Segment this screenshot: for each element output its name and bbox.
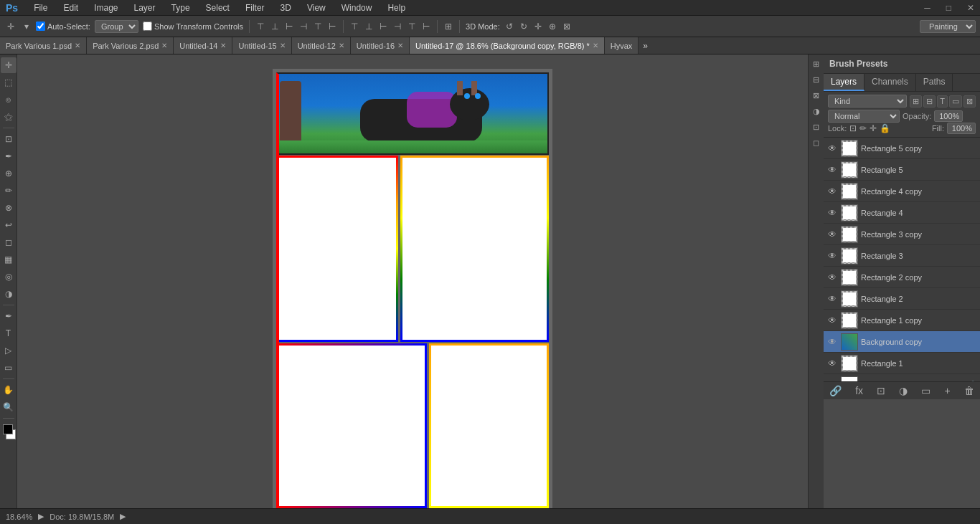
blur-tool[interactable]: ◎ <box>1 269 17 285</box>
status-expand-icon[interactable]: ▶ <box>38 512 44 521</box>
blend-mode-dropdown[interactable]: Normal <box>828 110 900 123</box>
history-panel-icon[interactable]: ⊞ <box>810 57 823 70</box>
maximize-button[interactable]: □ <box>946 3 951 13</box>
layer-item[interactable]: 👁Rectangle 2 copy <box>824 267 980 288</box>
canvas-area[interactable] <box>17 54 808 508</box>
properties-icon[interactable]: ⊟ <box>810 73 823 86</box>
layer-adjustment-icon[interactable]: ◑ <box>899 385 908 396</box>
tab-close-4[interactable]: ✕ <box>339 42 344 49</box>
options-arrow[interactable]: ▾ <box>22 20 32 33</box>
brush-tool[interactable]: ✏ <box>1 183 17 199</box>
zoom-tool[interactable]: 🔍 <box>1 399 17 415</box>
tab-overflow-button[interactable]: » <box>639 41 652 51</box>
layer-visibility-eye[interactable]: 👁 <box>826 315 838 325</box>
healing-brush-tool[interactable]: ⊕ <box>1 166 17 181</box>
layer-visibility-eye[interactable]: 👁 <box>826 208 838 218</box>
tab-close-0[interactable]: ✕ <box>75 42 80 49</box>
tab-untitled-15[interactable]: Untitled-15 ✕ <box>232 37 291 54</box>
tab-channels[interactable]: Channels <box>864 74 916 91</box>
shape-tool[interactable]: ▭ <box>1 360 17 376</box>
clone-stamp-tool[interactable]: ⊗ <box>1 200 17 216</box>
history-brush-tool[interactable]: ↩ <box>1 217 17 233</box>
tab-close-2[interactable]: ✕ <box>220 42 226 49</box>
layer-item[interactable]: 👁Rectangle 3 <box>824 245 980 267</box>
layer-visibility-eye[interactable]: 👁 <box>826 186 838 196</box>
tab-untitled-16[interactable]: Untitled-16 ✕ <box>351 37 410 54</box>
swatches-icon[interactable]: ⊡ <box>810 120 823 133</box>
layer-new-icon[interactable]: + <box>945 385 951 396</box>
filter-adjust-icon[interactable]: ⊟ <box>923 95 936 108</box>
layer-item[interactable]: 👁Background copy <box>824 331 980 353</box>
menu-view[interactable]: View <box>304 1 329 14</box>
align-top-edges[interactable]: ⊤ <box>255 21 265 32</box>
gradient-tool[interactable]: ▦ <box>1 252 17 267</box>
filter-pixel-icon[interactable]: ⊞ <box>910 95 922 108</box>
layer-visibility-eye[interactable]: 👁 <box>826 143 838 153</box>
lock-position[interactable]: ✛ <box>870 123 877 133</box>
quick-select-tool[interactable]: ⚝ <box>1 109 17 125</box>
menu-window[interactable]: Window <box>339 1 375 14</box>
layer-group-icon[interactable]: ▭ <box>921 385 930 396</box>
text-tool[interactable]: T <box>1 325 17 341</box>
lock-image-pixels[interactable]: ✏ <box>859 123 867 133</box>
transform-controls-checkbox[interactable]: Show Transform Controls <box>143 22 243 31</box>
menu-select[interactable]: Select <box>203 1 232 14</box>
layer-item[interactable]: 👁Rectangle 1 <box>824 353 980 374</box>
align-left-edges[interactable]: ⊣ <box>298 21 308 32</box>
tab-close-5[interactable]: ✕ <box>397 42 403 49</box>
tab-untitled-14[interactable]: Untitled-14 ✕ <box>174 37 232 54</box>
fill-value[interactable]: 100% <box>947 123 976 134</box>
color-icon[interactable]: ◑ <box>810 105 823 118</box>
menu-image[interactable]: Image <box>91 1 121 14</box>
align-vertical-centers[interactable]: ⊥ <box>270 21 280 32</box>
layer-visibility-eye[interactable]: 👁 <box>826 337 838 347</box>
pen-tool[interactable]: ✒ <box>1 308 17 324</box>
styles-icon[interactable]: ◻ <box>810 136 823 149</box>
3d-slide-icon[interactable]: ⊕ <box>547 21 557 32</box>
status-arrow[interactable]: ▶ <box>120 512 126 521</box>
layer-item[interactable]: 👁Rectangle 3 copy <box>824 224 980 245</box>
layer-visibility-eye[interactable]: 👁 <box>826 251 838 261</box>
eyedropper-tool[interactable]: ✒ <box>1 148 17 164</box>
tab-untitled-12[interactable]: Untitled-12 ✕ <box>292 37 351 54</box>
move-tool[interactable]: ✛ <box>1 57 17 73</box>
layer-item[interactable]: 👁Rectangle 4 copy <box>824 181 980 202</box>
tab-untitled-17[interactable]: Untitled-17 @ 18.6% (Background copy, RG… <box>410 37 605 54</box>
menu-layer[interactable]: Layer <box>131 1 159 14</box>
distribute-horiz[interactable]: ⊤ <box>407 21 417 32</box>
layer-visibility-eye[interactable]: 👁 <box>826 294 838 304</box>
layer-visibility-eye[interactable]: 👁 <box>826 229 838 239</box>
filter-smart-icon[interactable]: ⊠ <box>963 95 976 108</box>
foreground-color[interactable] <box>3 424 13 434</box>
tab-layers[interactable]: Layers <box>824 74 864 91</box>
layer-item[interactable]: 👁Background🔒 <box>824 374 980 381</box>
layer-kind-dropdown[interactable]: Kind <box>828 95 907 108</box>
minimize-button[interactable]: ─ <box>924 3 930 13</box>
eraser-tool[interactable]: ◻ <box>1 234 17 250</box>
layer-visibility-eye[interactable]: 👁 <box>826 358 838 368</box>
filter-shape-icon[interactable]: ▭ <box>949 95 962 108</box>
distribute-bottom[interactable]: ⊢ <box>378 21 388 32</box>
tab-paths[interactable]: Paths <box>916 74 953 91</box>
menu-file[interactable]: File <box>31 1 50 14</box>
filter-type-icon[interactable]: T <box>937 95 948 108</box>
tab-close-3[interactable]: ✕ <box>280 42 286 49</box>
hand-tool[interactable]: ✋ <box>1 382 17 398</box>
align-bottom-edges[interactable]: ⊢ <box>284 21 294 32</box>
lasso-tool[interactable]: ⌾ <box>1 92 17 108</box>
3d-pan-icon[interactable]: ✛ <box>533 21 543 32</box>
distribute-vert[interactable]: ⊥ <box>364 21 374 32</box>
lock-transparent-pixels[interactable]: ⊡ <box>849 123 857 133</box>
lock-all[interactable]: 🔒 <box>880 123 890 133</box>
menu-edit[interactable]: Edit <box>60 1 81 14</box>
layer-link-icon[interactable]: 🔗 <box>829 385 842 396</box>
workspace-dropdown[interactable]: Painting <box>920 20 976 33</box>
layer-mask-icon[interactable]: ⊡ <box>877 385 885 396</box>
menu-filter[interactable]: Filter <box>242 1 268 14</box>
layer-item[interactable]: 👁Rectangle 1 copy <box>824 310 980 331</box>
path-select-tool[interactable]: ▷ <box>1 343 17 358</box>
adjustments-icon[interactable]: ⊠ <box>810 89 823 102</box>
3d-scale-icon[interactable]: ⊠ <box>562 21 572 32</box>
opacity-value[interactable]: 100% <box>934 110 963 122</box>
layer-delete-icon[interactable]: 🗑 <box>964 385 974 396</box>
